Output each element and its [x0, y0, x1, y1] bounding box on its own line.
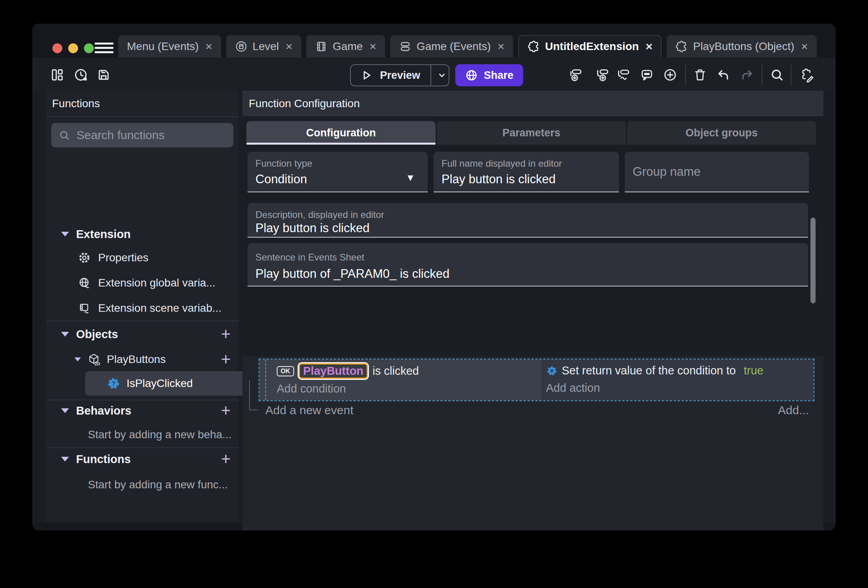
close-icon[interactable]: ×	[286, 40, 293, 53]
traffic-light-zoom[interactable]	[84, 43, 94, 53]
undo-button[interactable]	[715, 66, 732, 84]
svg-text:2D: 2D	[95, 361, 100, 366]
tab-label: Game (Events)	[417, 40, 491, 53]
search-button[interactable]	[768, 66, 786, 84]
description-field[interactable]: Description, displayed in editor Play bu…	[248, 203, 808, 238]
sentence-field[interactable]: Sentence in Events Sheet Play button of …	[248, 243, 808, 287]
play-icon	[359, 69, 373, 82]
sidebar-item-isplayclicked[interactable]: ? IsPlayClicked	[85, 371, 250, 396]
vertical-scrollbar-thumb[interactable]	[810, 218, 816, 303]
tab-configuration[interactable]: Configuration	[246, 121, 436, 145]
event-tree-connector	[249, 380, 258, 410]
sidebar-title: Functions	[46, 91, 238, 117]
event-selection-edge	[265, 359, 266, 400]
divider	[46, 320, 238, 321]
menu-icon[interactable]	[95, 43, 114, 54]
plus-circle-icon	[663, 67, 678, 82]
sidebar-section-behaviors[interactable]: Behaviors +	[46, 400, 238, 422]
chevron-down-icon[interactable]	[75, 357, 81, 361]
add-other-event-button[interactable]	[615, 66, 632, 84]
add-object-button[interactable]: +	[221, 326, 231, 342]
add-new-event-link[interactable]: Add a new event	[265, 404, 354, 417]
project-manager-button[interactable]	[48, 66, 66, 84]
traffic-light-minimize[interactable]	[68, 43, 78, 53]
functions-empty-hint: Start by adding a new func...	[46, 474, 238, 496]
version-history-button[interactable]	[72, 66, 89, 84]
sidebar-item-extension-global-variables[interactable]: Extension global varia...	[46, 272, 238, 294]
history-clock-icon	[73, 67, 88, 82]
traffic-light-close[interactable]	[52, 43, 62, 53]
search-functions-box[interactable]	[51, 123, 233, 147]
add-comment-button[interactable]	[638, 66, 656, 84]
redo-button[interactable]	[738, 66, 756, 84]
tab-game-events[interactable]: Game (Events) ×	[390, 35, 513, 58]
actions-cell: Set return value of the condition to tru…	[541, 359, 814, 400]
group-name-field[interactable]	[625, 152, 809, 192]
project-manager-icon	[50, 67, 65, 82]
tab-level[interactable]: Level ×	[226, 35, 301, 58]
add-behavior-button[interactable]: +	[221, 402, 231, 419]
add-condition-link[interactable]: Add condition	[277, 382, 346, 395]
tab-parameters[interactable]: Parameters	[437, 121, 626, 145]
panel-title: Function Configuration	[242, 91, 823, 116]
main-toolbar: Preview Share	[32, 58, 836, 91]
editor-tabs: Menu (Events) × Level × Game	[118, 35, 817, 58]
add-action-link[interactable]: Add action	[546, 381, 600, 394]
share-button[interactable]: Share	[455, 64, 523, 86]
close-icon[interactable]: ×	[497, 40, 505, 53]
tab-object-groups[interactable]: Object groups	[627, 121, 816, 145]
chevron-down-icon[interactable]	[61, 332, 69, 337]
add-event-button[interactable]	[567, 66, 585, 84]
search-functions-input[interactable]	[76, 128, 229, 142]
sidebar-section-functions[interactable]: Functions +	[46, 448, 238, 470]
close-icon[interactable]: ×	[369, 40, 376, 53]
delete-button[interactable]	[691, 66, 709, 84]
chevron-down-icon[interactable]	[61, 457, 69, 461]
event-row[interactable]: OK PlayButton is clicked Add condition S…	[259, 359, 814, 401]
chevron-down-icon[interactable]	[436, 69, 448, 81]
dropdown-arrow-icon: ▼	[406, 172, 415, 183]
svg-text:?: ?	[112, 380, 115, 387]
extension-puzzle-icon	[527, 40, 540, 53]
add-more-link[interactable]: Add...	[778, 404, 809, 417]
trash-icon	[693, 67, 708, 82]
close-icon[interactable]: ×	[646, 40, 653, 53]
tab-playbuttons-object[interactable]: PlayButtons (Object) ×	[667, 35, 816, 58]
group-name-input[interactable]	[625, 152, 809, 192]
preview-button[interactable]: Preview	[350, 64, 449, 86]
sidebar-item-properties[interactable]: Properties	[46, 247, 238, 269]
extension-edit-icon	[799, 67, 814, 82]
selected-object-chip[interactable]: PlayButton	[299, 363, 368, 379]
add-function-to-object-button[interactable]: +	[221, 351, 231, 368]
add-button[interactable]	[661, 66, 679, 84]
sidebar-item-playbuttons[interactable]: 2D PlayButtons +	[46, 348, 238, 370]
redo-icon	[739, 67, 754, 82]
close-icon[interactable]: ×	[801, 40, 808, 53]
divider	[430, 65, 431, 86]
sidebar-section-extension[interactable]: Extension	[46, 223, 238, 245]
full-name-field[interactable]: Full name displayed in editor Play butto…	[434, 152, 619, 192]
add-event-icon	[568, 67, 583, 82]
chevron-down-icon[interactable]	[61, 408, 69, 413]
toolbar-divider	[685, 65, 686, 85]
condition-function-icon: ?	[107, 377, 120, 390]
add-subevent-icon	[595, 67, 610, 82]
chevron-down-icon[interactable]	[61, 232, 69, 236]
sidebar-item-extension-scene-variables[interactable]: Extension scene variab...	[46, 297, 238, 319]
action-line[interactable]: Set return value of the condition to tru…	[546, 364, 764, 377]
tab-menu-events[interactable]: Menu (Events) ×	[118, 35, 221, 58]
add-free-function-button[interactable]: +	[221, 451, 231, 467]
object-2d-cube-icon: 2D	[87, 353, 101, 366]
save-button[interactable]	[95, 66, 112, 84]
content-area: Functions Extension Properties	[32, 91, 836, 523]
sidebar-section-objects[interactable]: Objects +	[46, 323, 238, 345]
edit-extension-button[interactable]	[798, 66, 816, 84]
extension-puzzle-icon	[675, 40, 688, 53]
condition-line[interactable]: OK PlayButton is clicked	[277, 363, 419, 379]
close-icon[interactable]: ×	[205, 40, 212, 53]
tab-game[interactable]: Game ×	[306, 35, 385, 58]
add-subevent-button[interactable]	[594, 66, 611, 84]
function-type-select[interactable]: Function type Condition ▼	[248, 152, 428, 192]
toolbar-divider	[762, 65, 762, 85]
tab-untitled-extension[interactable]: UntitledExtension ×	[518, 35, 662, 58]
